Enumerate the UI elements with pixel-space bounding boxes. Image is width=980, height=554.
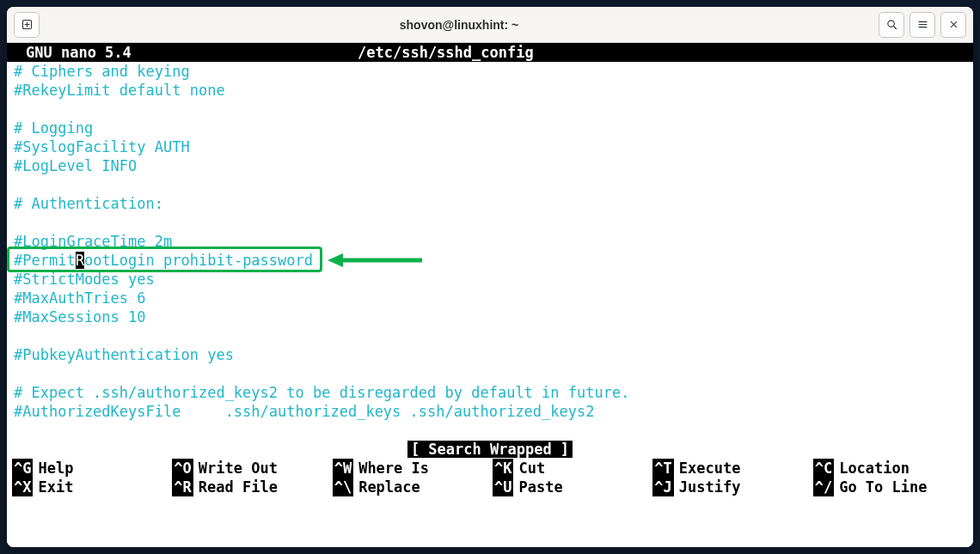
nano-shortcut: ^XExit <box>12 478 172 496</box>
nano-shortcut: ^GHelp <box>12 459 172 478</box>
shortcut-key: ^K <box>493 459 513 478</box>
editor-line: #LogLevel INFO <box>14 156 973 175</box>
shortcut-label: Execute <box>674 459 741 478</box>
shortcut-label: Read File <box>193 478 278 496</box>
nano-filename: /etc/ssh/sshd_config <box>358 43 534 62</box>
shortcut-key: ^W <box>333 459 353 478</box>
shortcut-label: Write Out <box>193 459 278 478</box>
shortcut-key: ^O <box>172 459 193 478</box>
editor-line: #MaxAuthTries 6 <box>14 289 973 307</box>
shortcut-key: ^U <box>493 478 513 496</box>
text-cursor: R <box>76 252 84 269</box>
editor-line: #StrictModes yes <box>14 270 973 289</box>
editor-line: #AuthorizedKeysFile .ssh/authorized_keys… <box>14 402 973 421</box>
shortcut-label: Paste <box>513 478 562 496</box>
nano-shortcuts: ^GHelp^OWrite Out^WWhere Is^KCut^TExecut… <box>7 459 973 496</box>
editor-content[interactable]: # Ciphers and keying#RekeyLimit default … <box>7 62 973 440</box>
editor-line: #RekeyLimit default none <box>14 81 973 100</box>
shortcut-label: Cut <box>513 459 545 478</box>
terminal-window: shovon@linuxhint: ~ GNU nano 5.4 /etc/ss… <box>7 7 973 547</box>
terminal-content[interactable]: GNU nano 5.4 /etc/ssh/sshd_config # Ciph… <box>7 43 973 547</box>
shortcut-key: ^X <box>12 478 33 496</box>
nano-app-label: GNU nano 5.4 <box>14 43 358 62</box>
shortcut-label: Location <box>834 459 910 478</box>
nano-shortcut: ^UPaste <box>493 478 652 496</box>
shortcut-key: ^J <box>652 478 673 496</box>
nano-shortcut: ^TExecute <box>652 459 812 478</box>
close-button[interactable] <box>940 12 966 38</box>
shortcut-label: Exit <box>33 478 73 496</box>
shortcut-key: ^G <box>12 459 33 478</box>
editor-line <box>14 175 973 194</box>
new-tab-button[interactable] <box>14 12 40 38</box>
shortcut-label: Where Is <box>353 459 429 478</box>
shortcut-key: ^T <box>652 459 673 478</box>
nano-shortcut: ^KCut <box>493 459 652 478</box>
shortcut-key: ^R <box>172 478 193 496</box>
nano-shortcut: ^\Replace <box>333 478 493 496</box>
editor-line <box>14 421 973 440</box>
editor-line: #MaxSessions 10 <box>14 307 973 326</box>
shortcut-key: ^/ <box>813 478 834 496</box>
editor-line: # Logging <box>14 119 973 137</box>
nano-status-bar: GNU nano 5.4 /etc/ssh/sshd_config <box>7 43 973 62</box>
editor-line <box>14 364 973 383</box>
shortcut-label: Replace <box>353 478 420 496</box>
nano-shortcut: ^RRead File <box>172 478 332 496</box>
menu-button[interactable] <box>910 12 935 38</box>
nano-shortcut: ^CLocation <box>813 459 973 478</box>
editor-line: #LoginGraceTime 2m <box>14 232 973 251</box>
editor-line: #PermitRootLogin prohibit-password <box>14 251 973 270</box>
editor-line <box>14 213 973 232</box>
editor-line <box>14 326 973 345</box>
shortcut-label: Justify <box>674 478 741 496</box>
editor-line: # Ciphers and keying <box>14 62 973 81</box>
editor-line <box>14 100 973 119</box>
window-titlebar: shovon@linuxhint: ~ <box>7 7 973 43</box>
nano-shortcut: ^/Go To Line <box>813 478 973 496</box>
nano-message-bar: [ Search Wrapped ] <box>7 440 973 459</box>
editor-line: # Authentication: <box>14 194 973 213</box>
editor-line: #PubkeyAuthentication yes <box>14 345 973 364</box>
nano-shortcut: ^JJustify <box>652 478 812 496</box>
nano-shortcut: ^OWrite Out <box>172 459 332 478</box>
shortcut-key: ^C <box>813 459 834 478</box>
editor-line: #SyslogFacility AUTH <box>14 137 973 156</box>
window-title: shovon@linuxhint: ~ <box>46 18 872 32</box>
editor-line: # Expect .ssh/authorized_keys2 to be dis… <box>14 383 973 402</box>
svg-line-4 <box>893 26 896 28</box>
shortcut-key: ^\ <box>333 478 353 496</box>
nano-message: [ Search Wrapped ] <box>407 441 573 458</box>
shortcut-label: Help <box>33 459 73 478</box>
search-button[interactable] <box>879 12 904 38</box>
nano-shortcut: ^WWhere Is <box>333 459 493 478</box>
shortcut-label: Go To Line <box>834 478 927 496</box>
